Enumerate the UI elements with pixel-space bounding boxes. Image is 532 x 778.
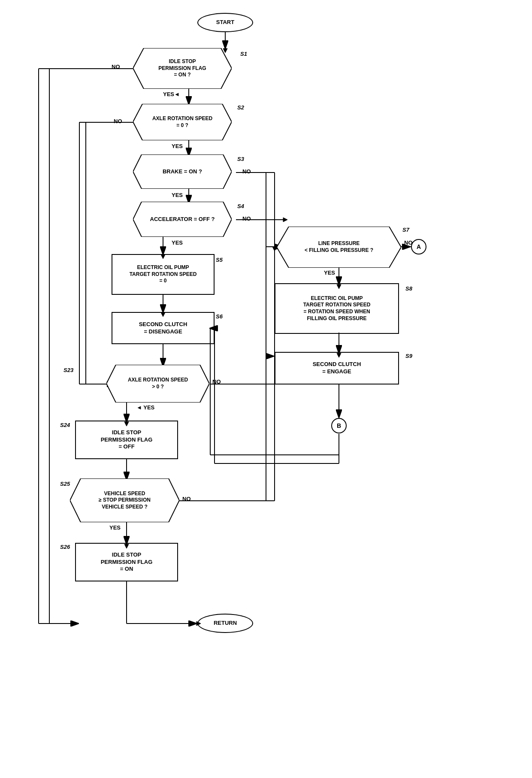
- s26-rect: IDLE STOPPERMISSION FLAG= ON: [75, 543, 178, 581]
- s4-step-label: S4: [237, 203, 244, 209]
- start-label: START: [216, 19, 234, 26]
- s3-hex: BRAKE = ON ?: [133, 154, 232, 189]
- s7-step-label: S7: [402, 227, 409, 233]
- s5-rect: ELECTRIC OIL PUMPTARGET ROTATION SPEED= …: [112, 254, 215, 295]
- s25-step-label: S25: [60, 481, 70, 487]
- s6-step-label: S6: [216, 313, 223, 320]
- circle-a: A: [411, 239, 426, 254]
- s2-step-label: S2: [237, 104, 244, 111]
- s9-step-label: S9: [405, 353, 412, 359]
- s2-hex: AXLE ROTATION SPEED= 0 ?: [133, 104, 232, 140]
- s24-step-label: S24: [60, 422, 70, 428]
- no-s3: NO: [242, 168, 251, 175]
- arrows-detailed: [0, 0, 532, 778]
- yes-s7: YES: [324, 269, 335, 276]
- s7-hex: LINE PRESSURE< FILLING OIL PRESSURE ?: [277, 227, 401, 268]
- s1-step-label: S1: [240, 51, 247, 57]
- s5-step-label: S5: [216, 257, 223, 263]
- s6-rect: SECOND CLUTCH= DISENGAGE: [112, 312, 215, 344]
- circle-b-label: B: [337, 422, 341, 429]
- no-s2: NO: [114, 118, 122, 124]
- s23-step-label: S23: [63, 367, 73, 373]
- flowchart-diagram: START S1 IDLE STOPPERMISSION FLAG= ON ? …: [0, 0, 532, 778]
- yes-s2: YES: [172, 143, 183, 149]
- yes-s3: YES: [172, 192, 183, 198]
- s8-rect: ELECTRIC OIL PUMPTARGET ROTATION SPEED= …: [275, 283, 399, 334]
- svg-marker-36: [283, 218, 287, 222]
- yes-s25: YES: [109, 524, 121, 531]
- s9-rect: SECOND CLUTCH= ENGAGE: [275, 352, 399, 384]
- return-label: RETURN: [214, 620, 237, 627]
- yes-s4: YES: [172, 239, 183, 246]
- s25-hex: VEHICLE SPEED≥ STOP PERMISSIONVEHICLE SP…: [70, 478, 179, 522]
- no-s23: NO: [212, 378, 221, 385]
- circle-a-label: A: [417, 243, 421, 250]
- s24-rect: IDLE STOPPERMISSION FLAG= OFF: [75, 421, 178, 459]
- s1-hex: IDLE STOPPERMISSION FLAG= ON ?: [133, 48, 232, 89]
- no-s1: NO: [112, 64, 120, 70]
- s26-step-label: S26: [60, 544, 70, 550]
- s4-hex: ACCELERATOR = OFF ?: [133, 202, 232, 237]
- arrows-svg: [0, 0, 532, 778]
- no-s4: NO: [242, 215, 251, 222]
- yes-s1: YES◄: [163, 91, 180, 97]
- svg-marker-34: [272, 247, 277, 251]
- yes-s23: ◄ YES: [136, 404, 154, 411]
- s23-hex: AXLE ROTATION SPEED> 0 ?: [106, 365, 209, 403]
- start-shape: START: [197, 13, 253, 32]
- circle-b: B: [331, 418, 347, 433]
- s3-step-label: S3: [237, 156, 244, 162]
- no-s25: NO: [182, 496, 191, 502]
- s8-step-label: S8: [405, 285, 412, 292]
- return-shape: RETURN: [197, 614, 253, 633]
